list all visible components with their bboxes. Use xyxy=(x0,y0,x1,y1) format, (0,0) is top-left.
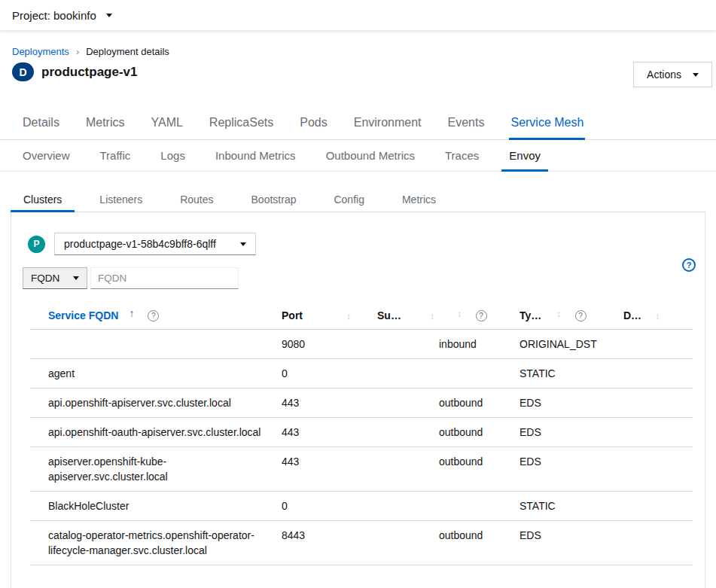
tab-pods[interactable]: Pods xyxy=(298,105,328,139)
chevron-down-icon xyxy=(693,73,699,77)
sort-icon: ↕ xyxy=(346,310,352,321)
cell-subset xyxy=(377,330,439,359)
column-help-icon[interactable]: ? xyxy=(575,310,587,321)
tab-yaml[interactable]: YAML xyxy=(149,105,184,139)
cell-subset xyxy=(377,359,439,388)
tab-routes[interactable]: Routes xyxy=(167,187,226,212)
column-direction[interactable]: ↕? xyxy=(439,307,519,330)
cell-port: 443 xyxy=(282,388,377,418)
sort-asc-icon: ↑ xyxy=(129,307,134,319)
cell-direction: outbound xyxy=(439,418,519,447)
cell-destination-rule xyxy=(623,418,693,447)
actions-button[interactable]: Actions xyxy=(633,62,712,87)
tab-details[interactable]: Details xyxy=(21,105,61,139)
sort-icon: ↕ xyxy=(430,310,435,321)
sort-icon: ↕ xyxy=(457,308,462,319)
cell-port: 0 xyxy=(282,492,377,521)
page-title: productpage-v1 xyxy=(41,65,138,80)
cell-port: 443 xyxy=(282,418,377,447)
tab-replicasets[interactable]: ReplicaSets xyxy=(208,105,275,139)
cell-fqdn: BlackHoleCluster xyxy=(30,492,282,521)
tab-outbound-metrics[interactable]: Outbound Metrics xyxy=(318,140,422,171)
cell-direction xyxy=(439,492,519,521)
filter-type-select[interactable]: FQDN xyxy=(23,267,87,289)
table-row: BlackHoleCluster 0 STATIC xyxy=(30,492,693,521)
tab-service-mesh[interactable]: Service Mesh xyxy=(509,105,585,139)
pod-select-value: productpage-v1-58b4c9bff8-6qlff xyxy=(64,238,240,250)
cell-destination-rule xyxy=(623,447,693,492)
column-help-icon[interactable]: ? xyxy=(148,310,159,321)
cell-fqdn xyxy=(30,330,282,359)
breadcrumb-current: Deployment details xyxy=(86,46,169,57)
column-service-fqdn[interactable]: Service FQDN↑? xyxy=(30,307,282,330)
cell-destination-rule xyxy=(623,359,693,388)
cell-type: EDS xyxy=(519,388,623,418)
tab-traces[interactable]: Traces xyxy=(437,140,486,171)
tab-inbound-metrics[interactable]: Inbound Metrics xyxy=(208,140,303,171)
column-subset[interactable]: Su…↕ xyxy=(377,307,439,330)
tab-overview[interactable]: Overview xyxy=(15,140,78,171)
pod-badge: P xyxy=(28,236,45,253)
filter-toolbar: FQDN xyxy=(23,267,705,289)
cell-fqdn: agent xyxy=(30,359,282,388)
project-selector-label: Project: bookinfo xyxy=(12,9,96,22)
tab-events[interactable]: Events xyxy=(446,105,486,139)
filter-type-value: FQDN xyxy=(31,273,73,284)
cell-type: EDS xyxy=(519,521,623,565)
tab-clusters[interactable]: Clusters xyxy=(11,187,75,212)
column-destination-rule[interactable]: D…↕ xyxy=(623,307,693,330)
cell-subset xyxy=(377,447,439,492)
actions-button-label: Actions xyxy=(647,69,681,81)
table-row: 9080 inbound ORIGINAL_DST xyxy=(30,330,693,359)
cell-type: EDS xyxy=(519,447,623,492)
tab-listeners[interactable]: Listeners xyxy=(87,187,155,212)
breadcrumb-separator-icon: › xyxy=(76,47,79,56)
cell-port: 443 xyxy=(282,447,377,492)
clusters-table: Service FQDN↑? Port↕ Su…↕ ↕? Ty…↕? xyxy=(30,307,693,565)
chevron-down-icon xyxy=(106,14,112,17)
table-row: api.openshift-apiserver.svc.cluster.loca… xyxy=(30,388,693,418)
cell-destination-rule xyxy=(623,330,693,359)
cell-destination-rule xyxy=(623,388,693,418)
breadcrumb-deployments-link[interactable]: Deployments xyxy=(12,46,69,57)
title-row: D productpage-v1 xyxy=(12,62,704,81)
tab-config[interactable]: Config xyxy=(321,187,376,212)
service-mesh-tabs: Overview Traffic Logs Inbound Metrics Ou… xyxy=(0,140,716,172)
table-row: api.openshift-oauth-apiserver.svc.cluste… xyxy=(30,418,693,447)
tab-traffic[interactable]: Traffic xyxy=(93,140,139,171)
envoy-tabs: Clusters Listeners Routes Bootstrap Conf… xyxy=(11,187,705,212)
cell-direction xyxy=(439,359,519,388)
envoy-section: Clusters Listeners Routes Bootstrap Conf… xyxy=(11,187,705,588)
cell-subset xyxy=(377,492,439,521)
deployment-badge: D xyxy=(12,62,34,81)
pod-select[interactable]: productpage-v1-58b4c9bff8-6qlff xyxy=(54,233,256,255)
fqdn-filter-input[interactable] xyxy=(90,267,239,289)
tab-environment[interactable]: Environment xyxy=(352,105,423,139)
main-tabs: Details Metrics YAML ReplicaSets Pods En… xyxy=(0,105,716,140)
clusters-card: P productpage-v1-58b4c9bff8-6qlff FQDN ? xyxy=(11,212,705,588)
column-type[interactable]: Ty…↕? xyxy=(519,307,623,330)
cell-direction: outbound xyxy=(439,388,519,418)
tab-metrics[interactable]: Metrics xyxy=(84,105,126,139)
tab-bootstrap[interactable]: Bootstrap xyxy=(239,187,309,212)
cell-direction: outbound xyxy=(439,521,519,565)
cell-direction: inbound xyxy=(439,330,519,359)
deployment-details-page: Project: bookinfo Deployments › Deployme… xyxy=(0,0,716,588)
cell-fqdn: apiserver.openshift-kube-apiserver.svc.c… xyxy=(30,447,282,492)
table-header-row: Service FQDN↑? Port↕ Su…↕ ↕? Ty…↕? xyxy=(30,307,693,330)
tab-envoy-metrics[interactable]: Metrics xyxy=(389,187,449,212)
tab-envoy[interactable]: Envoy xyxy=(501,140,548,171)
spacer xyxy=(0,172,716,187)
project-selector-bar: Project: bookinfo xyxy=(0,0,716,31)
tab-logs[interactable]: Logs xyxy=(153,140,193,171)
cell-destination-rule xyxy=(623,492,693,521)
project-selector[interactable]: Project: bookinfo xyxy=(12,9,112,22)
table-row: agent 0 STATIC xyxy=(30,359,693,388)
cell-subset xyxy=(377,388,439,418)
chevron-down-icon xyxy=(240,242,246,246)
breadcrumb: Deployments › Deployment details xyxy=(12,46,704,57)
column-port[interactable]: Port↕ xyxy=(282,307,377,330)
column-help-icon[interactable]: ? xyxy=(476,310,487,321)
cell-fqdn: api.openshift-oauth-apiserver.svc.cluste… xyxy=(30,418,282,447)
help-icon[interactable]: ? xyxy=(682,258,696,272)
